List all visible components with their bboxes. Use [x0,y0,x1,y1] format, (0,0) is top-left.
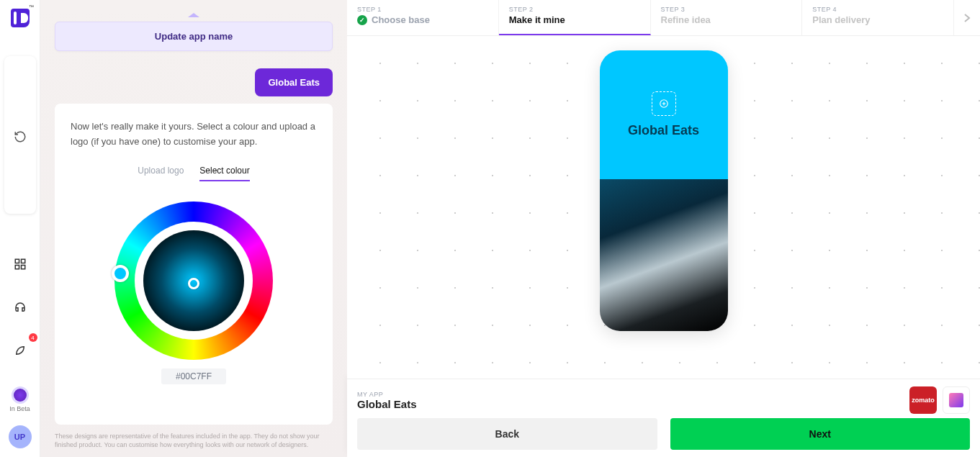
myapp-label: MY APP [357,391,417,398]
tab-select-colour[interactable]: Select colour [199,166,249,181]
plus-circle-icon [659,99,669,109]
footer-bar: MY APP Global Eats zomato Back Next [347,379,980,457]
step-title: Make it mine [509,14,565,25]
brand-chip-builder[interactable] [943,386,970,414]
builder-mini-logo [949,393,963,407]
hue-cursor[interactable] [112,265,129,282]
splash-image [600,179,728,331]
trademark: ™ [29,4,34,9]
user-avatar[interactable]: UP [9,425,32,448]
preview-canvas[interactable]: Global Eats [347,36,980,379]
next-button[interactable]: Next [670,418,971,450]
back-button[interactable]: Back [357,418,657,450]
phone-app-name: Global Eats [628,123,699,138]
svg-rect-1 [21,259,24,263]
launch-button[interactable]: 4 [6,336,35,365]
preview-pane: STEP 1 ✓Choose base STEP 2 Make it mine … [347,0,980,457]
undo-icon [14,130,27,143]
app-root: ™ 4 In Beta UP Update app nam [0,0,980,457]
customize-tabs: Upload logo Select colour [71,166,317,181]
support-button[interactable] [6,293,35,322]
builder-logo[interactable] [11,9,30,27]
brand-chip-zomato[interactable]: zomato [909,386,937,414]
grid-icon [14,258,27,271]
steps-next-arrow[interactable] [954,0,980,35]
step-title: Plan delivery [812,14,870,25]
avatar-initials: UP [14,433,25,441]
step-2-tab[interactable]: STEP 2 Make it mine [499,0,651,35]
splash-top: Global Eats [600,50,728,179]
notification-badge: 4 [29,333,37,342]
brand-chips: zomato [909,386,970,414]
hex-value[interactable]: #00C7FF [161,368,226,384]
step-4-tab[interactable]: STEP 4 Plan delivery [802,0,954,35]
tab-upload-logo[interactable]: Upload logo [138,166,184,181]
collapse-chevron-icon[interactable] [188,13,199,17]
step-num: STEP 1 [357,6,488,13]
beta-indicator[interactable]: In Beta [9,386,30,412]
step-num: STEP 3 [661,6,792,13]
customize-card: Now let's really make it yours. Select a… [55,104,333,425]
step-1-tab[interactable]: STEP 1 ✓Choose base [347,0,499,35]
rocket-icon [14,344,27,357]
svg-rect-0 [15,259,19,263]
footer-buttons: Back Next [357,418,970,450]
headset-icon [14,301,27,314]
footer-head: MY APP Global Eats zomato [357,386,970,414]
step-num: STEP 4 [812,6,943,13]
myapp-block: MY APP Global Eats [357,391,417,410]
update-app-name-button[interactable]: Update app name [55,22,333,51]
user-reply-chip: Global Eats [255,68,333,96]
chevron-right-icon [963,13,971,23]
myapp-name: Global Eats [357,398,417,410]
step-3-tab[interactable]: STEP 3 Refine idea [651,0,803,35]
dashboard-button[interactable] [6,250,35,279]
phone-preview: Global Eats [600,50,728,331]
beta-dot-icon [12,386,29,404]
card-intro-text: Now let's really make it yours. Select a… [71,119,317,150]
undo-button[interactable] [4,56,36,214]
nav-rail: ™ 4 In Beta UP [0,0,40,457]
beta-label: In Beta [9,405,30,412]
check-icon: ✓ [357,15,367,25]
step-num: STEP 2 [509,6,640,13]
step-title: Choose base [372,14,430,25]
design-disclaimer: These designs are representative of the … [55,432,333,450]
svg-rect-3 [21,266,24,269]
nav-rail-bottom: 4 In Beta UP [6,336,35,448]
colour-wheel[interactable] [114,202,273,360]
step-bar: STEP 1 ✓Choose base STEP 2 Make it mine … [347,0,980,36]
step-title: Refine idea [661,14,711,25]
svg-rect-2 [15,266,19,269]
config-panel: Update app name Global Eats Now let's re… [40,0,347,457]
saturation-cursor[interactable] [188,278,199,289]
logo-upload-slot[interactable] [652,91,676,116]
